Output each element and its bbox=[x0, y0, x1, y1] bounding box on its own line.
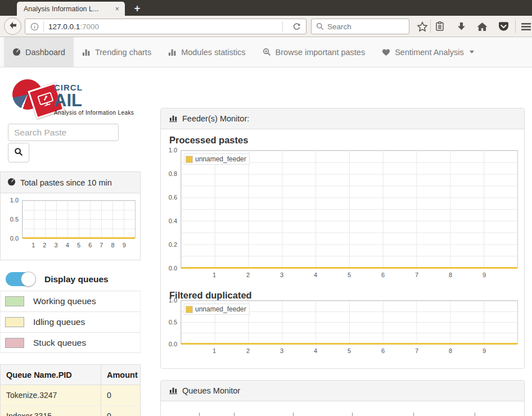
x-tick-label: 9 bbox=[483, 348, 486, 354]
pocket-icon[interactable] bbox=[497, 20, 510, 33]
browser-search-input[interactable] bbox=[327, 22, 427, 31]
browser-search-bar[interactable] bbox=[311, 19, 409, 34]
x-axis: 123456789 bbox=[181, 269, 518, 279]
queues-monitor-panel: Queues Monitor bbox=[160, 380, 525, 416]
queues-monitor-panel-header: Queues Monitor bbox=[161, 381, 524, 401]
reload-icon[interactable] bbox=[292, 22, 301, 31]
divider bbox=[430, 20, 431, 33]
queue-table: Queue Name.PID Amount Tokenize.32470Inde… bbox=[0, 364, 141, 416]
new-tab-button[interactable]: + bbox=[129, 2, 145, 16]
paste-search-input[interactable] bbox=[8, 124, 119, 141]
y-tick-label: 0.8 bbox=[169, 171, 177, 177]
y-tick-label: 0.0 bbox=[169, 341, 177, 347]
home-icon[interactable] bbox=[476, 20, 488, 33]
search-icon bbox=[14, 147, 23, 158]
nav-item-modules-statistics[interactable]: Modules statistics bbox=[160, 37, 254, 67]
url-bar[interactable]: 127.0.0.1:7000 bbox=[25, 19, 306, 34]
back-button[interactable] bbox=[4, 17, 21, 35]
x-tick-label: 5 bbox=[348, 272, 351, 278]
bar-chart-icon bbox=[169, 114, 178, 124]
logo-text: CIRCL AIL Analysis of Information Leaks bbox=[54, 83, 134, 116]
gauge-icon bbox=[12, 48, 21, 56]
legend-label: Idling queues bbox=[33, 317, 85, 327]
legend-swatch bbox=[5, 296, 24, 306]
queue-table-row: Indexer.33150 bbox=[1, 406, 140, 416]
y-tick-label: 0.4 bbox=[169, 218, 177, 224]
chart-filtered-duplicated: 0.00.51.0unnamed_feeder123456789 bbox=[167, 300, 518, 355]
chart-legend: unnamed_feeder bbox=[184, 304, 250, 315]
x-tick-label: 9 bbox=[483, 272, 486, 278]
menu-icon[interactable] bbox=[520, 20, 532, 33]
divider bbox=[43, 21, 44, 31]
chart-heading-processed-pastes: Processed pastes bbox=[169, 135, 248, 146]
y-tick-label: 0.6 bbox=[169, 195, 177, 201]
back-arrow-icon bbox=[8, 21, 17, 32]
nav-item-label: Sentiment Analysis bbox=[395, 48, 464, 57]
app-navbar: DashboardTrending chartsModules statisti… bbox=[0, 37, 532, 67]
nav-item-trending-charts[interactable]: Trending charts bbox=[74, 37, 160, 67]
x-tick-label: 4 bbox=[66, 242, 69, 248]
y-tick-label: 0.0 bbox=[169, 265, 177, 272]
toggle-knob[interactable] bbox=[21, 272, 36, 287]
tab-close-icon[interactable]: × bbox=[114, 4, 120, 13]
divider bbox=[515, 20, 516, 33]
queue-name: Tokenize.3247 bbox=[1, 391, 101, 400]
bar-chart-icon bbox=[169, 386, 178, 396]
chart-total-pastes: 0.00.51.0123456789 bbox=[5, 200, 136, 250]
queue-amount: 0 bbox=[101, 406, 140, 416]
search-plus-icon bbox=[263, 48, 271, 56]
nav-item-browse-important-pastes[interactable]: Browse important pastes bbox=[254, 37, 374, 67]
downloads-icon[interactable] bbox=[455, 20, 467, 33]
x-tick-label: 8 bbox=[449, 348, 452, 354]
logo-product: AIL bbox=[54, 92, 134, 108]
display-queues-toggle[interactable] bbox=[6, 272, 35, 286]
site-info-icon[interactable] bbox=[30, 22, 39, 31]
divider bbox=[282, 21, 283, 31]
bookmarks-list-icon[interactable] bbox=[434, 20, 446, 33]
queue-table-header: Queue Name.PID Amount bbox=[1, 365, 140, 385]
x-tick-label: 5 bbox=[348, 348, 351, 354]
nav-item-dashboard[interactable]: Dashboard bbox=[4, 37, 74, 67]
bar-chart-icon bbox=[82, 48, 91, 56]
x-axis: 123456789 bbox=[22, 239, 136, 250]
queues-chart-tick bbox=[199, 413, 200, 416]
total-pastes-panel: Total pastes since 10 min 0.00.51.012345… bbox=[0, 171, 141, 260]
x-tick-label: 1 bbox=[31, 242, 35, 248]
legend-swatch bbox=[5, 338, 24, 348]
x-tick-label: 4 bbox=[314, 348, 317, 354]
legend-swatch bbox=[5, 317, 24, 327]
chart-processed-pastes: 0.00.20.40.60.81.0unnamed_feeder12345678… bbox=[167, 150, 518, 279]
x-tick-label: 1 bbox=[213, 272, 216, 278]
queues-chart-tick bbox=[413, 413, 414, 416]
caret-down-icon bbox=[470, 51, 474, 53]
heart-icon bbox=[382, 48, 390, 56]
total-pastes-panel-body: 0.00.51.0123456789 bbox=[1, 193, 140, 260]
y-tick-label: 1.0 bbox=[169, 297, 177, 304]
nav-item-label: Browse important pastes bbox=[276, 48, 366, 57]
nav-item-label: Dashboard bbox=[25, 48, 65, 57]
browser-window: Analysis Information L... × + 127.0.0.1:… bbox=[0, 0, 532, 416]
browser-tab-bar: Analysis Information L... × + bbox=[0, 0, 532, 16]
x-axis: 123456789 bbox=[181, 345, 518, 355]
x-tick-label: 3 bbox=[55, 242, 58, 248]
browser-tab[interactable]: Analysis Information L... × bbox=[17, 2, 125, 16]
queues-chart-tick bbox=[293, 413, 294, 416]
x-tick-label: 2 bbox=[246, 348, 250, 354]
bookmark-star-icon[interactable] bbox=[416, 20, 429, 33]
plot-area bbox=[22, 200, 136, 238]
y-tick-label: 0.2 bbox=[169, 242, 177, 248]
y-tick-label: 0.0 bbox=[10, 236, 19, 242]
paste-search-button[interactable] bbox=[8, 143, 29, 162]
url-host: 127.0.0.1 bbox=[48, 22, 80, 31]
plot-area: unnamed_feeder bbox=[181, 150, 518, 268]
legend-label: Stuck queues bbox=[33, 338, 86, 348]
x-tick-label: 9 bbox=[123, 242, 126, 248]
y-tick-label: 0.5 bbox=[10, 216, 19, 223]
nav-item-sentiment-analysis[interactable]: Sentiment Analysis bbox=[373, 37, 483, 67]
legend-label: Working queues bbox=[33, 296, 96, 306]
x-tick-label: 6 bbox=[88, 242, 92, 248]
feeder-monitor-panel: Feeder(s) Monitor: Processed pastes 0.00… bbox=[160, 108, 525, 369]
queue-amount: 0 bbox=[101, 385, 140, 405]
search-icon bbox=[316, 22, 324, 30]
x-tick-label: 7 bbox=[415, 348, 418, 354]
